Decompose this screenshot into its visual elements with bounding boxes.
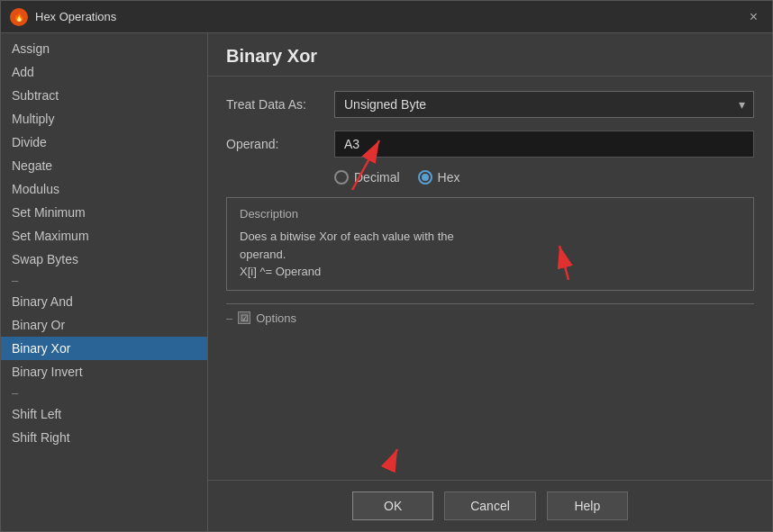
treat-data-select[interactable]: Unsigned ByteSigned ByteUnsigned ShortSi…	[334, 91, 754, 118]
operand-input[interactable]	[334, 131, 754, 158]
sidebar-item-binary-and[interactable]: Binary And	[1, 290, 207, 313]
cancel-button[interactable]: Cancel	[444, 491, 536, 520]
sidebar-item-shift-left[interactable]: Shift Left	[1, 402, 207, 426]
treat-data-label: Treat Data As:	[226, 97, 334, 112]
decimal-label: Decimal	[354, 170, 400, 185]
decimal-radio-circle	[334, 170, 349, 185]
hex-radio-circle	[418, 170, 432, 185]
desc-line-3: X[i] ^= Operand	[240, 265, 321, 278]
sidebar-item-multiply[interactable]: Multiply	[1, 107, 207, 131]
sidebar-item-swap-bytes[interactable]: Swap Bytes	[1, 248, 207, 271]
panel-title: Binary Xor	[208, 33, 772, 77]
description-text: Does a bitwise Xor of each value with th…	[240, 228, 741, 281]
sidebar-item-negate[interactable]: Negate	[1, 154, 207, 177]
desc-line-1: Does a bitwise Xor of each value with th…	[240, 230, 454, 243]
sidebar: AssignAddSubtractMultiplyDivideNegateMod…	[1, 33, 208, 531]
sidebar-item-set-minimum[interactable]: Set Minimum	[1, 201, 207, 224]
radio-row: Decimal Hex	[334, 170, 754, 185]
sidebar-item-assign[interactable]: Assign	[1, 37, 207, 60]
sidebar-item-binary-or[interactable]: Binary Or	[1, 313, 207, 337]
sidebar-item-add[interactable]: Add	[1, 60, 207, 84]
hex-label: Hex	[438, 170, 460, 185]
dialog-title: Hex Operations	[35, 10, 116, 23]
sidebar-sep-sep2: –	[1, 383, 207, 402]
description-title: Description	[240, 207, 741, 221]
title-bar-left: 🔥 Hex Operations	[10, 8, 116, 26]
operand-label: Operand:	[226, 137, 334, 151]
operand-row: Operand:	[226, 131, 754, 158]
sidebar-item-divide[interactable]: Divide	[1, 131, 207, 154]
options-expand-icon[interactable]: ☑	[238, 311, 250, 324]
sidebar-item-shift-right[interactable]: Shift Right	[1, 426, 207, 449]
description-box: Description Does a bitwise Xor of each v…	[226, 197, 754, 291]
sidebar-sep-sep1: –	[1, 271, 207, 290]
sidebar-item-set-maximum[interactable]: Set Maximum	[1, 224, 207, 248]
treat-data-select-wrapper: Unsigned ByteSigned ByteUnsigned ShortSi…	[334, 91, 754, 118]
hex-radio-option[interactable]: Hex	[418, 170, 460, 185]
decimal-radio-option[interactable]: Decimal	[334, 170, 400, 185]
desc-line-2: operand.	[240, 248, 286, 261]
options-dash: –	[226, 311, 232, 325]
close-button[interactable]: ×	[744, 7, 763, 27]
sidebar-item-binary-xor[interactable]: Binary Xor	[1, 337, 207, 360]
hex-operations-dialog: 🔥 Hex Operations × AssignAddSubtractMult…	[0, 0, 773, 532]
treat-data-row: Treat Data As: Unsigned ByteSigned ByteU…	[226, 91, 754, 118]
ok-button[interactable]: OK	[352, 491, 433, 520]
options-section: – ☑ Options	[226, 303, 754, 325]
sidebar-item-modulus[interactable]: Modulus	[1, 177, 207, 201]
sidebar-item-binary-invert[interactable]: Binary Invert	[1, 360, 207, 383]
panel-body: Treat Data As: Unsigned ByteSigned ByteU…	[208, 77, 772, 480]
sidebar-item-subtract[interactable]: Subtract	[1, 84, 207, 107]
footer: OK Cancel Help	[208, 480, 772, 531]
title-bar: 🔥 Hex Operations ×	[1, 1, 772, 33]
help-button[interactable]: Help	[547, 491, 628, 520]
main-content: AssignAddSubtractMultiplyDivideNegateMod…	[1, 33, 772, 531]
options-label: Options	[256, 311, 296, 325]
right-panel: Binary Xor Treat Data As: Unsigned ByteS…	[208, 33, 772, 531]
app-icon: 🔥	[10, 8, 28, 26]
